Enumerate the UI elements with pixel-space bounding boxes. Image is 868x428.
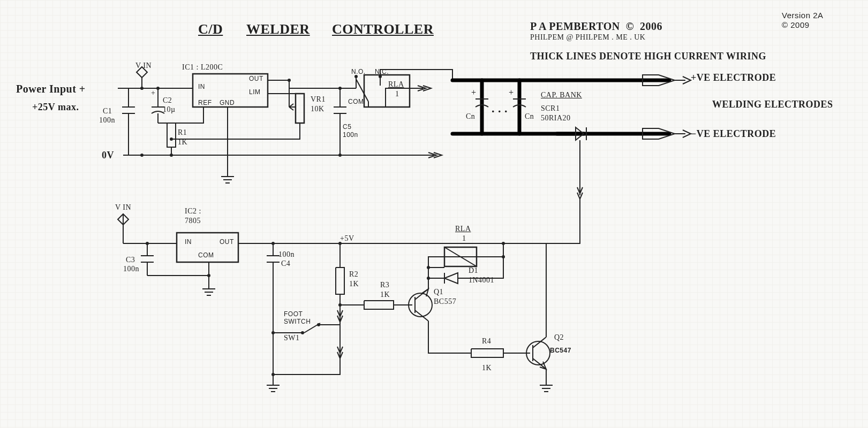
svg-text:+: +: [471, 88, 476, 97]
svg-point-28: [427, 266, 430, 269]
svg-point-33: [502, 242, 505, 245]
svg-rect-5: [193, 74, 268, 107]
svg-point-31: [502, 255, 505, 258]
svg-text:+: +: [509, 88, 514, 97]
svg-point-20: [338, 242, 342, 245]
svg-point-16: [146, 242, 149, 245]
svg-point-7: [170, 137, 173, 141]
svg-point-12: [354, 75, 358, 78]
svg-point-9: [338, 87, 342, 90]
svg-point-8: [288, 79, 291, 82]
svg-rect-11: [364, 75, 410, 107]
svg-point-23: [271, 331, 275, 334]
svg-point-19: [271, 242, 275, 245]
svg-point-25: [338, 303, 342, 307]
svg-rect-17: [177, 233, 238, 262]
schematic-diagram: + + +: [0, 0, 868, 428]
svg-point-30: [427, 277, 430, 280]
svg-text:+: +: [151, 89, 155, 97]
svg-rect-6: [296, 94, 304, 123]
svg-point-18: [207, 274, 210, 277]
